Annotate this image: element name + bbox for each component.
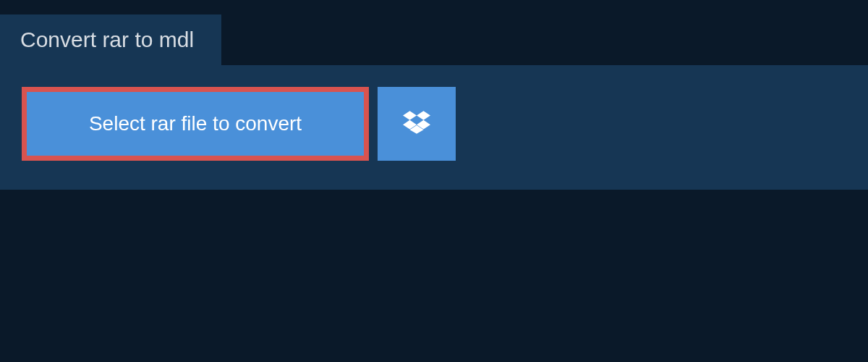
- dropbox-icon: [403, 109, 430, 139]
- dropbox-button[interactable]: [378, 87, 456, 161]
- button-row: Select rar file to convert: [22, 87, 846, 161]
- tab-convert-rar-to-mdl[interactable]: Convert rar to mdl: [0, 14, 221, 65]
- tab-bar: Convert rar to mdl: [0, 0, 868, 65]
- select-file-button[interactable]: Select rar file to convert: [22, 87, 369, 161]
- tab-title: Convert rar to mdl: [20, 28, 194, 51]
- select-file-label: Select rar file to convert: [89, 112, 302, 135]
- convert-panel: Select rar file to convert: [0, 65, 868, 190]
